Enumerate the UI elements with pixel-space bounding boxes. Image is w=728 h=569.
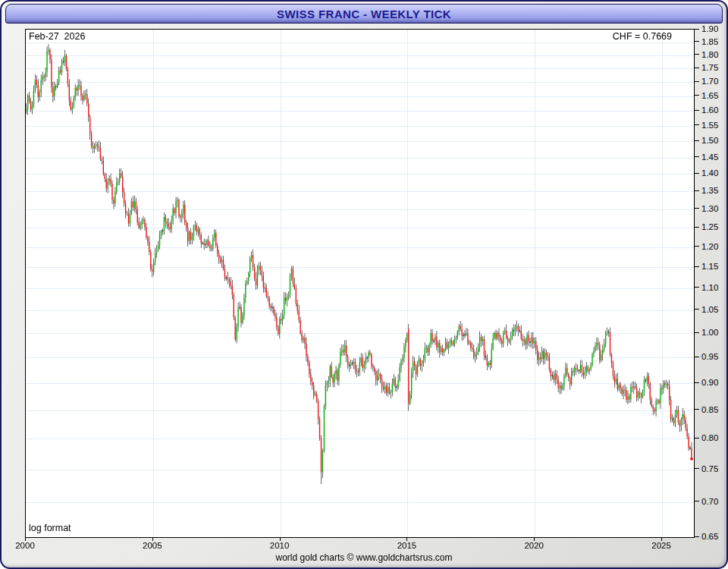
y-axis-label: 0.95	[701, 352, 718, 361]
y-axis-label: 1.00	[701, 328, 718, 337]
y-axis-label: 0.65	[701, 532, 718, 541]
y-axis-label: 1.10	[701, 283, 718, 292]
y-axis-tick	[695, 266, 699, 267]
x-axis-label: 2025	[651, 541, 671, 550]
x-axis-label: 2000	[15, 541, 35, 550]
y-axis-tick	[695, 190, 699, 191]
y-axis-tick	[695, 81, 699, 82]
y-axis-tick	[695, 357, 699, 357]
y-axis-label: 1.30	[701, 204, 718, 213]
y-axis-tick	[695, 156, 699, 157]
log-format-label: log format	[29, 523, 71, 533]
y-axis-label: 1.50	[701, 136, 718, 145]
y-axis-tick	[695, 29, 699, 30]
x-axis-label: 2020	[524, 541, 544, 550]
y-axis-label: 1.85	[701, 37, 718, 46]
y-axis-label: 1.20	[701, 242, 718, 251]
y-axis-label: 0.70	[701, 497, 718, 506]
y-axis-tick	[695, 309, 699, 310]
y-axis-tick	[695, 536, 699, 537]
y-axis-label: 1.05	[701, 305, 718, 314]
y-axis-label: 1.55	[701, 121, 718, 130]
y-axis-tick	[695, 208, 699, 209]
y-axis-label: 1.35	[701, 186, 718, 195]
price-chart-canvas	[26, 30, 694, 537]
x-axis: 200020052010201520202025	[25, 537, 694, 554]
y-axis-label: 1.75	[701, 63, 718, 72]
y-axis-label: 1.40	[701, 168, 718, 178]
y-axis-tick	[695, 246, 699, 247]
y-axis-tick	[695, 173, 699, 174]
y-axis-label: 0.90	[701, 378, 718, 387]
y-axis-label: 0.80	[701, 433, 718, 442]
x-axis-label: 2010	[270, 541, 290, 550]
y-axis-label: 1.15	[701, 262, 718, 271]
last-date-label: Feb-27 2026	[29, 31, 85, 42]
y-axis-tick	[695, 110, 699, 111]
y-axis-tick	[695, 438, 699, 439]
x-axis-label: 2015	[397, 541, 417, 550]
y-axis-tick	[695, 468, 699, 469]
y-axis-tick	[695, 332, 699, 333]
chart-title: SWISS FRANC - WEEKLY TICK	[277, 8, 451, 20]
y-axis-tick	[695, 501, 699, 501]
y-axis-tick	[695, 41, 699, 42]
chart-window: SWISS FRANC - WEEKLY TICK Feb-27 2026 CH…	[0, 0, 728, 569]
y-axis-label: 1.25	[701, 222, 718, 231]
y-axis-tick	[695, 124, 699, 125]
y-axis-tick	[695, 140, 699, 141]
y-axis-label: 0.85	[701, 405, 718, 414]
y-axis-tick	[695, 287, 699, 288]
title-bar: SWISS FRANC - WEEKLY TICK	[5, 4, 723, 24]
footer-attribution: world gold charts © www.goldchartsrus.co…	[2, 552, 726, 563]
y-axis-label: 1.80	[701, 50, 718, 59]
plot-area: Feb-27 2026 CHF = 0.7669 log format	[25, 29, 695, 538]
y-axis-tick	[695, 68, 699, 68]
y-axis-tick	[695, 227, 699, 228]
x-axis-label: 2005	[143, 541, 162, 550]
y-axis-tick	[695, 54, 699, 55]
y-axis-tick	[695, 382, 699, 383]
y-axis-label: 1.70	[701, 77, 718, 86]
y-axis: 1.901.851.801.751.701.651.601.551.501.45…	[695, 29, 728, 536]
y-axis-tick	[695, 95, 699, 96]
y-axis-label: 1.45	[701, 152, 718, 162]
y-axis-label: 1.65	[701, 91, 718, 100]
y-axis-label: 1.90	[701, 24, 718, 33]
y-axis-label: 1.60	[701, 105, 718, 115]
y-axis-tick	[695, 409, 699, 410]
y-axis-label: 0.75	[701, 464, 718, 473]
last-quote-label: CHF = 0.7669	[613, 31, 672, 42]
